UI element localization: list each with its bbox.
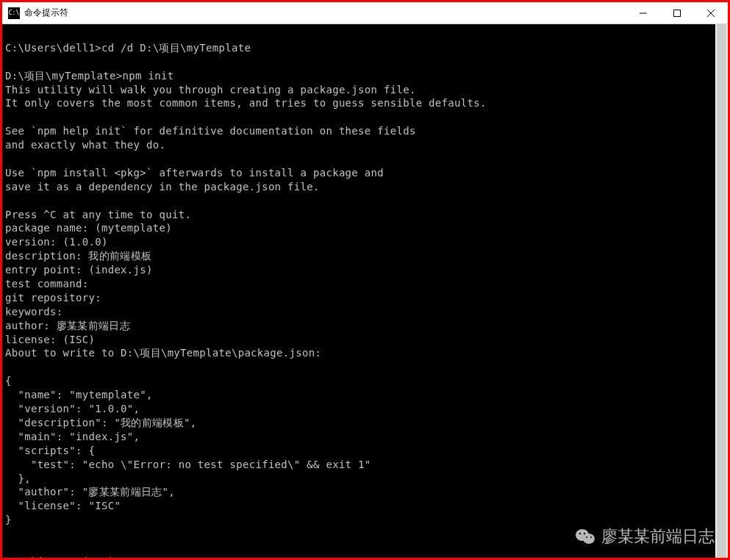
terminal-output[interactable]: C:\Users\dell1>cd /d D:\项目\myTemplate D:… [2,24,715,558]
close-button[interactable] [694,2,728,24]
window-titlebar: C:\ 命令提示符 [2,2,728,24]
minimize-button[interactable] [626,2,660,24]
svg-rect-1 [674,10,681,16]
cmd-icon: C:\ [8,7,20,19]
scrollbar-thumb[interactable] [717,24,726,558]
maximize-icon [673,10,681,17]
close-icon [707,10,715,17]
maximize-button[interactable] [660,2,694,24]
watermark-text: 廖某某前端日志 [601,525,715,548]
svg-point-9 [590,536,592,538]
watermark: 廖某某前端日志 [575,525,715,548]
window-controls [626,2,728,24]
window-title: 命令提示符 [24,7,626,19]
vertical-scrollbar[interactable] [715,24,728,558]
svg-point-7 [584,533,585,534]
svg-point-6 [579,533,581,534]
svg-point-5 [583,534,595,544]
svg-point-8 [586,536,587,538]
minimize-icon [640,10,647,17]
wechat-icon [575,528,595,545]
terminal-area: C:\Users\dell1>cd /d D:\项目\myTemplate D:… [2,24,728,558]
